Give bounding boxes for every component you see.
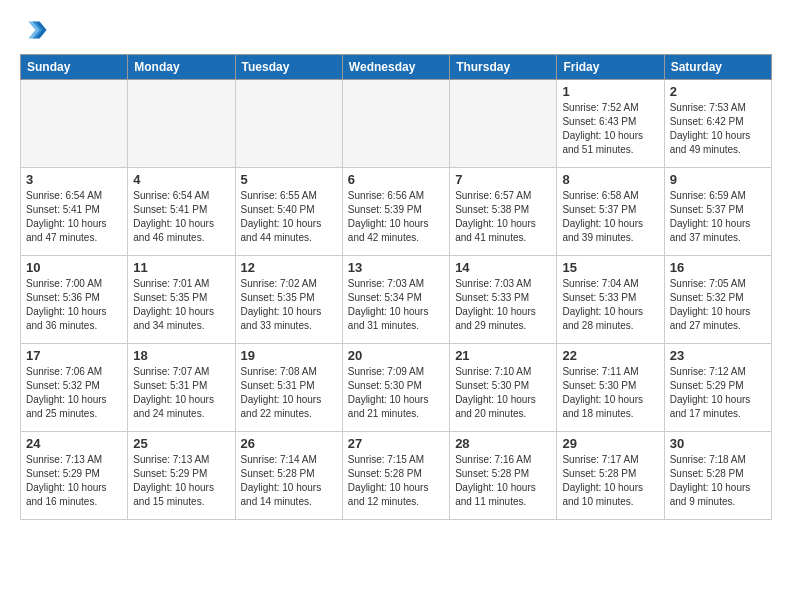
calendar-cell: 3Sunrise: 6:54 AM Sunset: 5:41 PM Daylig…: [21, 168, 128, 256]
page: SundayMondayTuesdayWednesdayThursdayFrid…: [0, 0, 792, 530]
calendar: SundayMondayTuesdayWednesdayThursdayFrid…: [20, 54, 772, 520]
calendar-cell: [342, 80, 449, 168]
calendar-cell: 2Sunrise: 7:53 AM Sunset: 6:42 PM Daylig…: [664, 80, 771, 168]
day-number: 11: [133, 260, 229, 275]
day-info: Sunrise: 7:16 AM Sunset: 5:28 PM Dayligh…: [455, 453, 551, 509]
day-number: 22: [562, 348, 658, 363]
day-info: Sunrise: 6:57 AM Sunset: 5:38 PM Dayligh…: [455, 189, 551, 245]
day-info: Sunrise: 7:17 AM Sunset: 5:28 PM Dayligh…: [562, 453, 658, 509]
calendar-cell: 13Sunrise: 7:03 AM Sunset: 5:34 PM Dayli…: [342, 256, 449, 344]
day-number: 17: [26, 348, 122, 363]
day-info: Sunrise: 7:15 AM Sunset: 5:28 PM Dayligh…: [348, 453, 444, 509]
day-number: 14: [455, 260, 551, 275]
day-info: Sunrise: 7:06 AM Sunset: 5:32 PM Dayligh…: [26, 365, 122, 421]
day-number: 3: [26, 172, 122, 187]
day-number: 5: [241, 172, 337, 187]
calendar-cell: 30Sunrise: 7:18 AM Sunset: 5:28 PM Dayli…: [664, 432, 771, 520]
day-number: 29: [562, 436, 658, 451]
calendar-cell: 26Sunrise: 7:14 AM Sunset: 5:28 PM Dayli…: [235, 432, 342, 520]
day-info: Sunrise: 7:08 AM Sunset: 5:31 PM Dayligh…: [241, 365, 337, 421]
day-number: 6: [348, 172, 444, 187]
day-number: 19: [241, 348, 337, 363]
day-info: Sunrise: 7:10 AM Sunset: 5:30 PM Dayligh…: [455, 365, 551, 421]
day-info: Sunrise: 7:00 AM Sunset: 5:36 PM Dayligh…: [26, 277, 122, 333]
day-info: Sunrise: 7:09 AM Sunset: 5:30 PM Dayligh…: [348, 365, 444, 421]
calendar-cell: 1Sunrise: 7:52 AM Sunset: 6:43 PM Daylig…: [557, 80, 664, 168]
calendar-cell: 11Sunrise: 7:01 AM Sunset: 5:35 PM Dayli…: [128, 256, 235, 344]
calendar-cell: [235, 80, 342, 168]
day-number: 2: [670, 84, 766, 99]
day-info: Sunrise: 7:18 AM Sunset: 5:28 PM Dayligh…: [670, 453, 766, 509]
day-number: 27: [348, 436, 444, 451]
calendar-cell: 5Sunrise: 6:55 AM Sunset: 5:40 PM Daylig…: [235, 168, 342, 256]
calendar-cell: 18Sunrise: 7:07 AM Sunset: 5:31 PM Dayli…: [128, 344, 235, 432]
calendar-cell: 19Sunrise: 7:08 AM Sunset: 5:31 PM Dayli…: [235, 344, 342, 432]
day-number: 18: [133, 348, 229, 363]
calendar-cell: 27Sunrise: 7:15 AM Sunset: 5:28 PM Dayli…: [342, 432, 449, 520]
day-number: 13: [348, 260, 444, 275]
weekday-header-wednesday: Wednesday: [342, 55, 449, 80]
week-row-4: 17Sunrise: 7:06 AM Sunset: 5:32 PM Dayli…: [21, 344, 772, 432]
week-row-1: 1Sunrise: 7:52 AM Sunset: 6:43 PM Daylig…: [21, 80, 772, 168]
weekday-header-row: SundayMondayTuesdayWednesdayThursdayFrid…: [21, 55, 772, 80]
calendar-cell: 9Sunrise: 6:59 AM Sunset: 5:37 PM Daylig…: [664, 168, 771, 256]
calendar-cell: 12Sunrise: 7:02 AM Sunset: 5:35 PM Dayli…: [235, 256, 342, 344]
day-info: Sunrise: 7:13 AM Sunset: 5:29 PM Dayligh…: [26, 453, 122, 509]
calendar-cell: 8Sunrise: 6:58 AM Sunset: 5:37 PM Daylig…: [557, 168, 664, 256]
day-info: Sunrise: 7:13 AM Sunset: 5:29 PM Dayligh…: [133, 453, 229, 509]
day-info: Sunrise: 6:54 AM Sunset: 5:41 PM Dayligh…: [26, 189, 122, 245]
weekday-header-friday: Friday: [557, 55, 664, 80]
day-number: 28: [455, 436, 551, 451]
calendar-cell: 23Sunrise: 7:12 AM Sunset: 5:29 PM Dayli…: [664, 344, 771, 432]
day-info: Sunrise: 7:52 AM Sunset: 6:43 PM Dayligh…: [562, 101, 658, 157]
calendar-cell: 6Sunrise: 6:56 AM Sunset: 5:39 PM Daylig…: [342, 168, 449, 256]
day-info: Sunrise: 6:56 AM Sunset: 5:39 PM Dayligh…: [348, 189, 444, 245]
day-number: 4: [133, 172, 229, 187]
weekday-header-thursday: Thursday: [450, 55, 557, 80]
day-number: 15: [562, 260, 658, 275]
calendar-cell: 24Sunrise: 7:13 AM Sunset: 5:29 PM Dayli…: [21, 432, 128, 520]
calendar-cell: 16Sunrise: 7:05 AM Sunset: 5:32 PM Dayli…: [664, 256, 771, 344]
weekday-header-saturday: Saturday: [664, 55, 771, 80]
day-number: 26: [241, 436, 337, 451]
day-number: 25: [133, 436, 229, 451]
day-info: Sunrise: 6:59 AM Sunset: 5:37 PM Dayligh…: [670, 189, 766, 245]
calendar-cell: 20Sunrise: 7:09 AM Sunset: 5:30 PM Dayli…: [342, 344, 449, 432]
day-info: Sunrise: 6:55 AM Sunset: 5:40 PM Dayligh…: [241, 189, 337, 245]
day-info: Sunrise: 7:12 AM Sunset: 5:29 PM Dayligh…: [670, 365, 766, 421]
day-number: 7: [455, 172, 551, 187]
calendar-cell: 4Sunrise: 6:54 AM Sunset: 5:41 PM Daylig…: [128, 168, 235, 256]
day-number: 16: [670, 260, 766, 275]
day-number: 12: [241, 260, 337, 275]
week-row-5: 24Sunrise: 7:13 AM Sunset: 5:29 PM Dayli…: [21, 432, 772, 520]
day-number: 23: [670, 348, 766, 363]
day-number: 1: [562, 84, 658, 99]
calendar-cell: 25Sunrise: 7:13 AM Sunset: 5:29 PM Dayli…: [128, 432, 235, 520]
day-info: Sunrise: 7:11 AM Sunset: 5:30 PM Dayligh…: [562, 365, 658, 421]
day-number: 21: [455, 348, 551, 363]
calendar-cell: 17Sunrise: 7:06 AM Sunset: 5:32 PM Dayli…: [21, 344, 128, 432]
calendar-cell: [21, 80, 128, 168]
calendar-cell: 7Sunrise: 6:57 AM Sunset: 5:38 PM Daylig…: [450, 168, 557, 256]
weekday-header-tuesday: Tuesday: [235, 55, 342, 80]
day-number: 20: [348, 348, 444, 363]
day-info: Sunrise: 7:02 AM Sunset: 5:35 PM Dayligh…: [241, 277, 337, 333]
calendar-cell: 22Sunrise: 7:11 AM Sunset: 5:30 PM Dayli…: [557, 344, 664, 432]
week-row-2: 3Sunrise: 6:54 AM Sunset: 5:41 PM Daylig…: [21, 168, 772, 256]
header: [20, 16, 772, 44]
day-info: Sunrise: 6:58 AM Sunset: 5:37 PM Dayligh…: [562, 189, 658, 245]
calendar-cell: [128, 80, 235, 168]
day-number: 30: [670, 436, 766, 451]
calendar-cell: 14Sunrise: 7:03 AM Sunset: 5:33 PM Dayli…: [450, 256, 557, 344]
day-info: Sunrise: 7:01 AM Sunset: 5:35 PM Dayligh…: [133, 277, 229, 333]
day-info: Sunrise: 7:05 AM Sunset: 5:32 PM Dayligh…: [670, 277, 766, 333]
day-info: Sunrise: 7:14 AM Sunset: 5:28 PM Dayligh…: [241, 453, 337, 509]
weekday-header-monday: Monday: [128, 55, 235, 80]
weekday-header-sunday: Sunday: [21, 55, 128, 80]
calendar-cell: 15Sunrise: 7:04 AM Sunset: 5:33 PM Dayli…: [557, 256, 664, 344]
day-number: 10: [26, 260, 122, 275]
day-info: Sunrise: 7:04 AM Sunset: 5:33 PM Dayligh…: [562, 277, 658, 333]
calendar-cell: 10Sunrise: 7:00 AM Sunset: 5:36 PM Dayli…: [21, 256, 128, 344]
week-row-3: 10Sunrise: 7:00 AM Sunset: 5:36 PM Dayli…: [21, 256, 772, 344]
calendar-cell: 29Sunrise: 7:17 AM Sunset: 5:28 PM Dayli…: [557, 432, 664, 520]
